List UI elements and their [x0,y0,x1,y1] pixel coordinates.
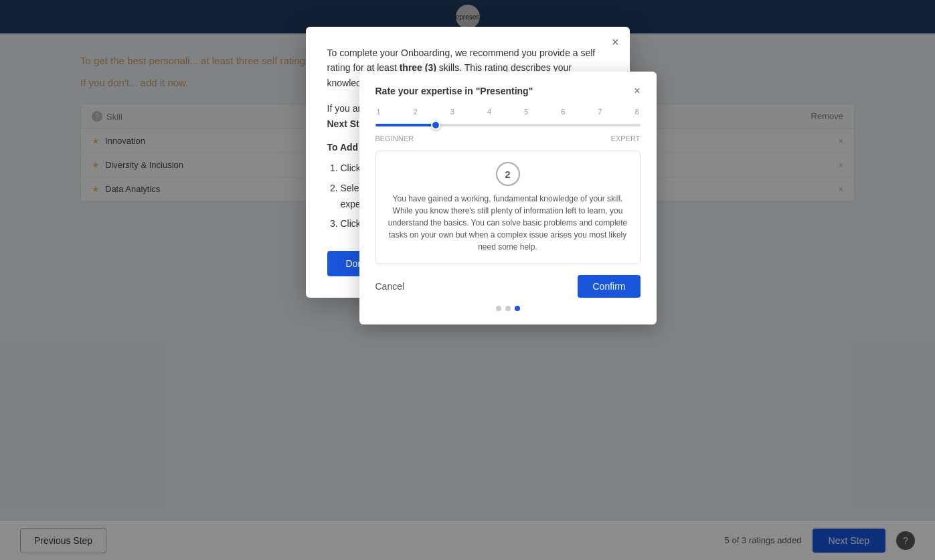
rating-modal-close-button[interactable]: × [634,85,640,97]
slider-num-1: 1 [377,108,381,116]
slider-label-beginner: BEGINNER [375,134,414,143]
rating-number-circle: 2 [496,162,520,186]
page-dot-2 [505,306,511,311]
page-dots [375,306,641,311]
rating-modal: Rate your expertise in "Presenting" × 1 … [359,72,657,324]
rating-modal-title: Rate your expertise in "Presenting" [375,86,533,96]
slider-thumb[interactable] [431,120,440,130]
slider-label-expert: EXPERT [611,134,641,143]
slider-num-8: 8 [634,108,639,116]
slider-numbers: 1 2 3 4 5 6 7 8 [375,108,641,116]
slider-num-7: 7 [598,108,602,116]
confirm-button[interactable]: Confirm [578,275,640,298]
cancel-button[interactable]: Cancel [375,281,405,292]
slider-fill [375,124,434,126]
slider-section: 1 2 3 4 5 6 7 8 BEGINNER [375,108,641,143]
slider-track [375,124,641,126]
slider-num-3: 3 [450,108,454,116]
slider-track-container[interactable] [375,118,641,132]
slider-num-4: 4 [487,108,491,116]
slider-labels: BEGINNER EXPERT [375,134,641,143]
rating-desc-text: You have gained a working, fundamental k… [387,193,629,253]
page-dot-1 [496,306,501,311]
modal-overlay: × To complete your Onboarding, we recomm… [0,0,935,560]
rating-modal-footer: Cancel Confirm [375,275,641,298]
slider-num-2: 2 [414,108,418,116]
info-modal-close-button[interactable]: × [612,36,619,48]
slider-num-6: 6 [561,108,565,116]
rating-description-box: 2 You have gained a working, fundamental… [375,151,641,264]
info-modal: × To complete your Onboarding, we recomm… [306,27,630,298]
slider-num-5: 5 [524,108,528,116]
rating-modal-header: Rate your expertise in "Presenting" × [375,85,641,97]
page-dot-3 [515,306,520,311]
